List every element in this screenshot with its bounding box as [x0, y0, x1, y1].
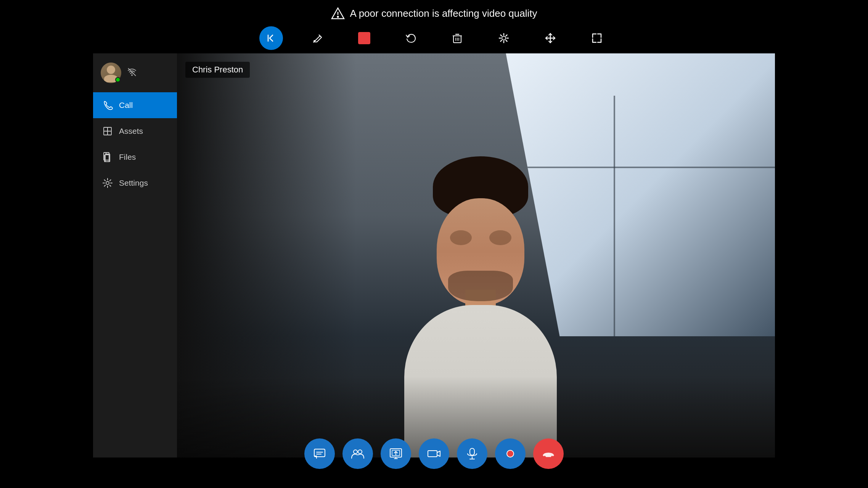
main-layout: Call Assets Files [93, 53, 775, 458]
chat-button[interactable] [304, 438, 335, 469]
svg-point-9 [502, 36, 506, 40]
svg-point-22 [354, 450, 357, 454]
svg-point-23 [358, 450, 362, 454]
call-controls [0, 438, 868, 469]
person-beard [448, 271, 513, 301]
files-label: Files [119, 152, 136, 162]
delete-button[interactable] [445, 26, 469, 50]
sidebar-item-settings[interactable]: Settings [93, 170, 177, 196]
pen-button[interactable] [306, 26, 330, 50]
caller-name-badge: Chris Preston [185, 62, 250, 78]
settings-label: Settings [119, 178, 148, 188]
avatar-container [101, 63, 121, 83]
assets-icon [102, 126, 113, 136]
record-button[interactable] [495, 438, 526, 469]
video-scene: Chris Preston [177, 53, 775, 458]
svg-point-2 [337, 16, 338, 18]
undo-button[interactable] [399, 26, 423, 50]
participants-button[interactable] [342, 438, 373, 469]
toolbar [0, 23, 868, 53]
svg-rect-27 [428, 451, 437, 457]
stop-button[interactable] [352, 26, 376, 50]
nav-items: Call Assets Files [93, 92, 177, 458]
assets-label: Assets [119, 127, 143, 136]
svg-rect-14 [104, 131, 108, 135]
screenshare-button[interactable] [381, 438, 411, 469]
files-icon [102, 152, 113, 162]
caller-name: Chris Preston [192, 65, 243, 74]
mic-button[interactable] [457, 438, 487, 469]
warning-icon [331, 6, 345, 20]
back-button[interactable] [259, 26, 283, 50]
settings-nav-icon [102, 178, 113, 188]
svg-rect-15 [108, 131, 111, 135]
svg-rect-13 [108, 127, 111, 131]
svg-point-31 [507, 450, 514, 457]
user-profile [93, 53, 177, 92]
settings-gear-button[interactable] [492, 26, 516, 50]
svg-point-10 [131, 74, 133, 76]
sidebar-item-assets[interactable]: Assets [93, 118, 177, 144]
video-area: Chris Preston [177, 53, 775, 458]
sidebar-item-call[interactable]: Call [93, 92, 177, 118]
phone-icon [102, 100, 113, 111]
warning-text: A poor connection is affecting video qua… [350, 8, 537, 19]
svg-point-18 [106, 181, 109, 185]
svg-rect-28 [470, 448, 474, 455]
sidebar: Call Assets Files [93, 53, 177, 458]
call-label: Call [119, 101, 133, 110]
move-button[interactable] [538, 26, 562, 50]
svg-rect-12 [104, 127, 108, 131]
sidebar-item-files[interactable]: Files [93, 144, 177, 170]
expand-button[interactable] [585, 26, 609, 50]
camera-button[interactable] [419, 438, 449, 469]
hangup-button[interactable] [533, 438, 564, 469]
status-indicator [115, 77, 121, 82]
wifi-signal-icon [127, 67, 137, 79]
